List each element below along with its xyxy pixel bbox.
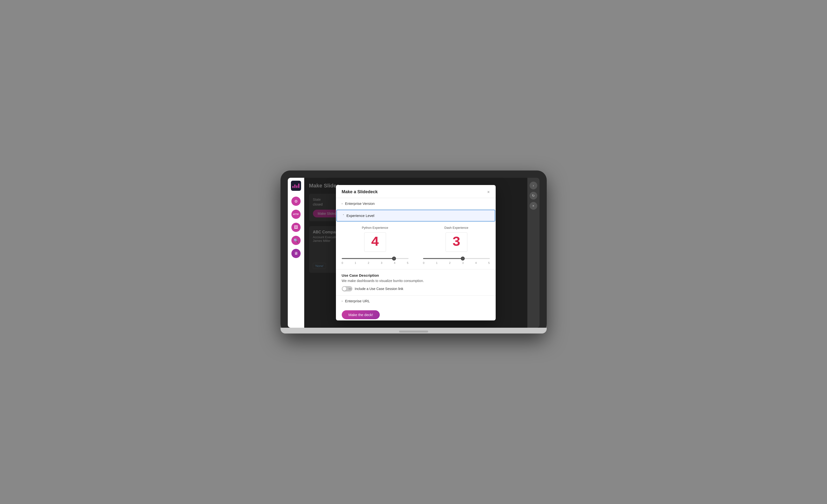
toggle-knob: [342, 287, 346, 291]
bar3: [296, 185, 297, 188]
dash-display: 3: [446, 232, 467, 252]
make-deck-button[interactable]: Make the deck!: [342, 310, 380, 319]
enterprise-url-section[interactable]: › Enterprise URL: [336, 295, 496, 306]
python-value: 4: [371, 235, 379, 249]
bar4: [298, 183, 299, 188]
bar1: [292, 186, 294, 188]
bar2: [294, 184, 295, 188]
toggle-label: Include a Use Case Session link: [355, 287, 403, 291]
dialog-footer: Make the deck!: [336, 306, 496, 321]
experience-level-label: Experience Level: [347, 214, 375, 218]
refresh-button[interactable]: ↻: [530, 192, 537, 200]
enterprise-url-label: Enterprise URL: [345, 299, 370, 303]
enterprise-version-label: Enterprise Version: [345, 202, 375, 206]
experience-level-header[interactable]: ˅ Experience Level: [336, 210, 495, 222]
make-slidedeck-dialog: Make a Slidedeck × › Enterprise Version: [336, 185, 496, 321]
image-icon-button[interactable]: 🖼: [291, 223, 301, 232]
enterprise-version-section: › Enterprise Version: [336, 198, 496, 209]
use-case-description: We make dashboards to visualize burrito …: [342, 279, 490, 283]
dialog-close-button[interactable]: ×: [487, 190, 490, 194]
python-slider-container: [342, 256, 408, 260]
python-experience-group: Python Experience 4 0: [342, 226, 408, 264]
laptop-notch: [399, 331, 428, 333]
chevron-right-button[interactable]: ›: [530, 182, 537, 189]
dialog-body: › Enterprise Version ˅ Experience Level: [336, 198, 496, 321]
enterprise-url-chevron: ›: [342, 299, 343, 303]
logo-bars: [292, 183, 299, 188]
dialog-title: Make a Slidedeck: [342, 189, 378, 194]
search-icon-button[interactable]: 🔍: [291, 236, 301, 245]
dash-slider-container: [423, 256, 490, 260]
settings-icon-button[interactable]: ⚙: [291, 197, 301, 206]
experience-level-content: Python Experience 4 0: [336, 222, 496, 269]
app-logo: [291, 181, 301, 191]
experience-level-chevron: ˅: [343, 214, 344, 217]
laptop-base: [281, 328, 547, 334]
python-display: 4: [364, 232, 386, 252]
enterprise-version-chevron: ›: [342, 202, 343, 205]
dash-experience-group: Dash Experience 3 0: [423, 226, 490, 264]
dialog-header: Make a Slidedeck ×: [336, 185, 496, 198]
toggle-row: NO Include a Use Case Session link: [342, 286, 490, 291]
right-panel: › ↻ ×: [527, 178, 539, 328]
dash-value: 3: [452, 235, 460, 249]
dash-label: Dash Experience: [423, 226, 490, 229]
dash-slider[interactable]: [423, 258, 490, 259]
monitor-icon-button[interactable]: 🖥: [291, 249, 301, 258]
sidebar: ⚙ HTTP 🖼 🔍 🖥: [288, 178, 304, 328]
close-button[interactable]: ×: [530, 202, 537, 210]
http-icon-button[interactable]: HTTP: [291, 210, 301, 219]
python-label: Python Experience: [342, 226, 408, 229]
dash-ticks: 0 1 2 3 4 5: [423, 262, 490, 264]
python-slider[interactable]: [342, 258, 408, 259]
session-link-toggle[interactable]: NO: [342, 286, 352, 291]
use-case-title: Use Case Description: [342, 273, 490, 277]
enterprise-version-header[interactable]: › Enterprise Version: [336, 198, 496, 209]
use-case-section: Use Case Description We make dashboards …: [336, 269, 496, 295]
laptop-screen: ⚙ HTTP 🖼 🔍 🖥 Make Slides State closed Ma…: [288, 178, 539, 328]
toggle-no-label: NO: [349, 288, 352, 290]
experience-level-section: ˅ Experience Level Python Experience: [336, 210, 496, 269]
laptop-container: ⚙ HTTP 🖼 🔍 🖥 Make Slides State closed Ma…: [281, 170, 547, 334]
sliders-row: Python Experience 4 0: [342, 226, 490, 264]
python-ticks: 0 1 2 3 4 5: [342, 262, 408, 264]
main-area: Make Slides State closed Make Slidedeck …: [304, 178, 527, 328]
dialog-overlay: Make a Slidedeck × › Enterprise Version: [304, 178, 527, 328]
